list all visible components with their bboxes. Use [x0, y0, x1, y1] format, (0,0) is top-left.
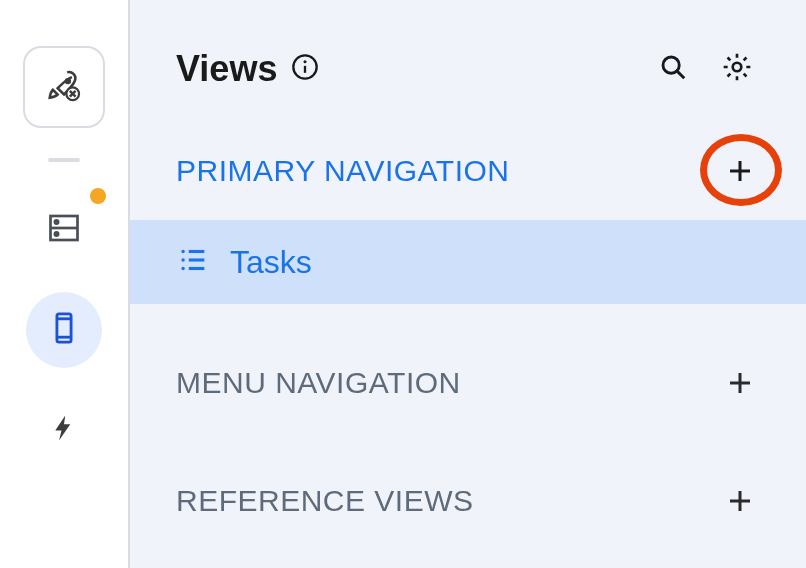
- section-label-primary: PRIMARY NAVIGATION: [176, 154, 720, 188]
- svg-point-21: [181, 258, 184, 261]
- rail-item-mobile[interactable]: [26, 292, 102, 368]
- rail-item-server[interactable]: [26, 192, 102, 268]
- panel-title-text: Views: [176, 48, 277, 90]
- left-rail: [0, 0, 130, 568]
- rail-item-bolt[interactable]: [26, 392, 102, 468]
- add-primary-nav-button[interactable]: [720, 151, 760, 191]
- list-icon: [176, 243, 210, 281]
- mobile-icon: [47, 311, 81, 349]
- notification-dot: [90, 188, 106, 204]
- svg-line-15: [677, 71, 684, 78]
- view-item-tasks[interactable]: Tasks: [130, 220, 806, 304]
- server-icon: [46, 210, 82, 250]
- section-menu-navigation[interactable]: MENU NAVIGATION: [130, 344, 806, 422]
- svg-point-12: [304, 60, 307, 63]
- section-label-menu: MENU NAVIGATION: [176, 366, 720, 400]
- view-item-label: Tasks: [230, 244, 312, 281]
- svg-point-0: [66, 79, 70, 83]
- rail-divider: [48, 158, 80, 162]
- svg-point-23: [181, 267, 184, 270]
- add-reference-view-button[interactable]: [720, 481, 760, 521]
- svg-point-7: [55, 232, 58, 235]
- section-primary-navigation[interactable]: PRIMARY NAVIGATION: [130, 132, 806, 210]
- rail-launcher-card[interactable]: [23, 46, 105, 128]
- section-label-reference: REFERENCE VIEWS: [176, 484, 720, 518]
- search-button[interactable]: [650, 46, 696, 92]
- rocket-cancel-icon: [45, 66, 83, 108]
- add-menu-nav-button[interactable]: [720, 363, 760, 403]
- panel-title: Views: [176, 48, 319, 90]
- section-reference-views[interactable]: REFERENCE VIEWS: [130, 462, 806, 540]
- svg-point-6: [55, 220, 58, 223]
- search-icon: [658, 52, 688, 86]
- settings-button[interactable]: [714, 46, 760, 92]
- svg-point-19: [181, 250, 184, 253]
- views-panel: Views: [130, 0, 806, 568]
- svg-point-14: [663, 57, 679, 73]
- bolt-icon: [49, 413, 79, 447]
- svg-point-16: [733, 63, 742, 72]
- info-icon[interactable]: [291, 48, 319, 90]
- gear-icon: [721, 51, 753, 87]
- panel-header: Views: [130, 46, 806, 132]
